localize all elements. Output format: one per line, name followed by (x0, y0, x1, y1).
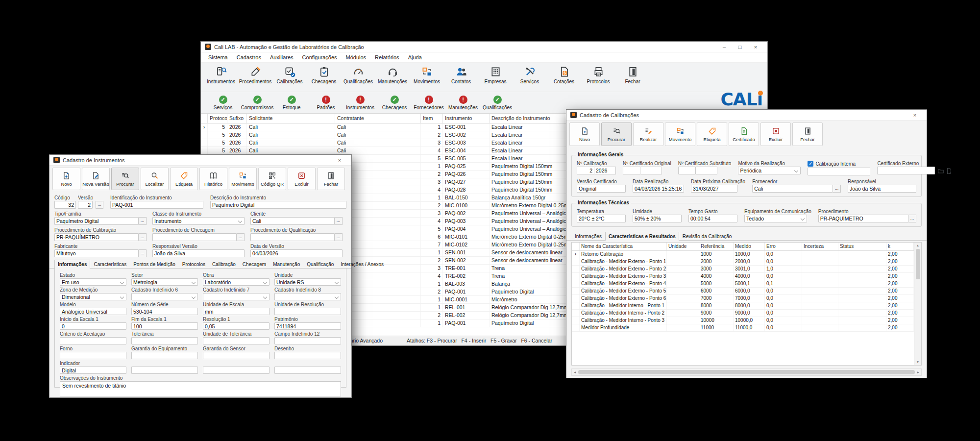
procedimento-field[interactable]: PR-PAQUÍMETRO (818, 215, 908, 222)
codigo-qr-button[interactable]: Código QR (258, 168, 286, 190)
tab[interactable]: Qualificação (303, 260, 337, 269)
grid-column-header[interactable]: Item (421, 114, 443, 123)
results-column-header[interactable]: Medido (734, 243, 765, 250)
field-input[interactable] (60, 337, 126, 344)
tab[interactable]: Informações (54, 260, 90, 269)
doc-export-icon[interactable] (946, 168, 953, 174)
field-input[interactable]: 7411894 (274, 322, 341, 330)
toolbar-contatos[interactable]: Contatos (444, 66, 478, 84)
fechar-button[interactable]: Fechar (792, 122, 823, 146)
table-row[interactable]: Calibração - Medidor Externo - Ponto 2 3… (572, 266, 914, 273)
equipamento-select[interactable]: Teclado (744, 215, 807, 222)
field-input[interactable] (274, 352, 341, 359)
novo-button[interactable]: Novo (569, 122, 600, 146)
tab[interactable]: Interações / Anexos (337, 260, 387, 269)
toolbar-qualificacoes[interactable]: Qualificações (341, 66, 375, 84)
nova-versao-button[interactable]: Nova Versão (82, 168, 110, 190)
toolbar-checagens[interactable]: Checagens (307, 66, 341, 84)
field-input[interactable] (203, 352, 270, 359)
procurar-button[interactable]: Procurar (111, 168, 139, 190)
tab[interactable]: Características (90, 260, 130, 269)
proc-calibracao-lookup-button[interactable]: ... (139, 233, 147, 241)
table-row[interactable]: › Retorno Calibração 1000 1000,0 0,0 2,0… (572, 251, 914, 258)
movimento-button[interactable]: Movimento (665, 122, 695, 146)
field-input[interactable] (131, 293, 198, 300)
minimize-button[interactable]: – (716, 42, 732, 52)
identificacao-field[interactable]: PAQ-001 (110, 201, 203, 209)
results-column-header[interactable]: Status (838, 243, 886, 250)
data-realizacao-field[interactable]: 04/03/2026 15:25:16 (633, 185, 684, 193)
field-input[interactable]: Metrologia (131, 278, 198, 286)
codigo-lookup-button[interactable]: ... (96, 201, 103, 209)
table-row[interactable]: Calibração - Medidor Externo - Ponto 6 7… (572, 295, 914, 302)
cert-original-field-2[interactable] (640, 167, 662, 174)
data-versao-field[interactable]: 04/03/2026 (250, 249, 343, 257)
excluir-button[interactable]: Excluir (288, 168, 316, 190)
num-calibracao-field[interactable]: 2 (577, 167, 594, 174)
field-input[interactable] (203, 367, 270, 374)
field-input[interactable]: Dimensional (60, 293, 126, 300)
cliente-field[interactable]: Cali (250, 217, 335, 225)
toolbar-manutencoes[interactable]: Manutenções (375, 66, 410, 84)
proc-qualificacao-field[interactable] (250, 233, 335, 241)
calibracao-interna-checkbox[interactable]: ✓ (808, 161, 813, 167)
table-row[interactable]: Calibração - Medidor Interno - Ponto 2 9… (572, 310, 914, 317)
proc-checagem-field[interactable] (152, 233, 237, 241)
menu-modulos[interactable]: Módulos (342, 53, 371, 61)
results-column-header[interactable]: Erro (765, 243, 802, 250)
motivo-select[interactable]: Periódica (738, 167, 801, 174)
field-input[interactable] (131, 337, 198, 344)
status-indicator[interactable]: ! Manutenções (446, 96, 480, 110)
descricao-field[interactable]: Paquímetro Digital (210, 201, 346, 209)
table-row[interactable]: Calibração - Medidor Externo - Ponto 5 6… (572, 288, 914, 295)
scroll-down-icon[interactable]: ▼ (916, 360, 919, 364)
fornecedor-field[interactable]: Cali (752, 185, 833, 193)
observations-textarea[interactable]: Sem revestimento de titânio (60, 381, 341, 396)
procedimento-lookup-button[interactable]: ... (908, 215, 916, 222)
versao-field[interactable]: 2 (78, 201, 93, 209)
results-column-header[interactable]: k (886, 243, 914, 250)
folder-icon[interactable] (937, 168, 944, 174)
field-input[interactable]: Análogico Universal (60, 308, 126, 315)
field-input[interactable]: 530-104 (131, 308, 198, 315)
fabricante-field[interactable]: Mitutoyo (54, 249, 139, 257)
menu-configuracoes[interactable]: Configurações (298, 53, 342, 61)
field-input[interactable] (274, 293, 341, 300)
umidade-field[interactable]: 50% ± 20% (633, 215, 682, 222)
tab[interactable]: Protocolos (179, 260, 209, 269)
toolbar-movimentos[interactable]: Movimentos (410, 66, 444, 84)
field-input[interactable] (274, 308, 341, 315)
status-indicator[interactable]: ✓ Compromissos (240, 96, 274, 110)
fabricante-lookup-button[interactable]: ... (139, 249, 147, 257)
field-input[interactable]: 100 (131, 322, 198, 330)
grid-column-header[interactable]: Sufixo (227, 114, 247, 123)
localizar-button[interactable]: Localizar (141, 168, 169, 190)
tipo-field[interactable]: Paquímetro Digital (54, 217, 139, 225)
movimento-button[interactable]: Movimento (229, 168, 257, 190)
table-row[interactable]: Calibração - Medidor Interno - Ponto 3 1… (572, 317, 914, 324)
results-column-header[interactable]: Referência (699, 243, 734, 250)
grid-column-header[interactable]: Contratante (335, 114, 421, 123)
tipo-lookup-button[interactable]: ... (139, 217, 147, 225)
excluir-button[interactable]: Excluir (760, 122, 791, 146)
field-input[interactable] (60, 352, 126, 359)
fornecedor-lookup-button[interactable]: ... (833, 185, 841, 193)
tab[interactable]: Revisão da Calibração (679, 232, 735, 241)
menu-auxiliares[interactable]: Auxiliares (266, 53, 298, 61)
close-button[interactable]: × (748, 42, 763, 52)
num-calibracao-ano-field[interactable]: 2026 (594, 167, 616, 174)
toolbar-protocolos[interactable]: Protocolos (581, 66, 615, 84)
data-proxima-field[interactable]: 31/03/2027 (691, 185, 737, 193)
field-input[interactable]: mm (203, 308, 270, 315)
close-button[interactable]: × (907, 110, 923, 121)
responsavel-versao-field[interactable]: João da Silva (152, 249, 245, 257)
field-input[interactable]: 0 (60, 322, 126, 330)
menu-relatorios[interactable]: Relatórios (370, 53, 404, 61)
toolbar-instrumentos[interactable]: Instrumentos (204, 66, 238, 84)
classe-select[interactable]: Instrumento (152, 217, 245, 225)
table-row[interactable]: Calibração - Medidor Externo - Ponto 1 2… (572, 258, 914, 266)
proc-calibracao-field[interactable]: PR-PAQUÍMETRO (54, 233, 139, 241)
field-input[interactable]: Unidade RS (274, 278, 341, 286)
status-indicator[interactable]: ✓ Serviços (206, 96, 240, 110)
tab[interactable]: Informações (571, 232, 605, 241)
